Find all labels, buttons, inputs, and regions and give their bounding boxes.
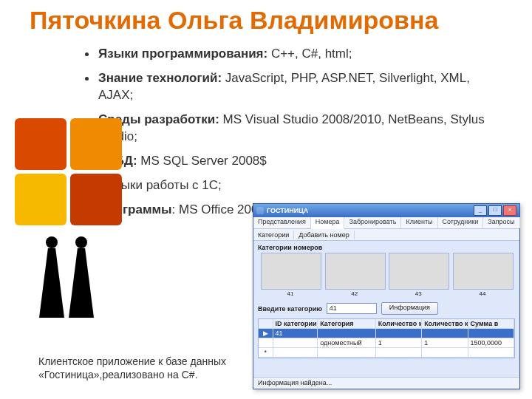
toolbar-add-room[interactable]: Добавить номер xyxy=(294,231,354,239)
room-thumb[interactable]: 42 xyxy=(325,253,384,297)
tab-staff[interactable]: Сотрудники xyxy=(438,217,484,228)
grid-row-new[interactable]: * xyxy=(259,348,514,358)
tab-rooms[interactable]: Номера xyxy=(311,217,345,229)
bullet-item: Языки программирования: C++, C#, html; xyxy=(85,46,506,63)
toolbar-categories[interactable]: Категории xyxy=(253,231,294,239)
bullet-item: Среды разработки: MS Visual Studio 2008/… xyxy=(85,112,506,146)
thumbnail-row: 41 42 43 44 xyxy=(258,253,515,297)
data-grid[interactable]: ID категории Категория Количество мест К… xyxy=(258,318,515,358)
maximize-button[interactable]: □ xyxy=(488,205,502,216)
app-window: ГОСТИНИЦА _ □ × Представления Номера Заб… xyxy=(253,203,520,389)
bullet-list: Языки программирования: C++, C#, html; З… xyxy=(85,46,506,226)
app-caption: Клиентское приложение к базе данных «Гос… xyxy=(38,355,253,381)
bullet-item: Навыки работы с 1С; xyxy=(85,177,506,194)
room-thumb[interactable]: 43 xyxy=(389,253,448,297)
room-thumb[interactable]: 44 xyxy=(453,253,512,297)
tab-book[interactable]: Забронировать xyxy=(344,217,401,228)
slide-title: Пяточкина Ольга Владимировна xyxy=(30,6,438,35)
grid-row[interactable]: одноместный 1 1 1500,0000 xyxy=(259,338,514,348)
tab-clients[interactable]: Клиенты xyxy=(401,217,437,228)
toolbar: Категории Добавить номер xyxy=(253,229,519,241)
window-title: ГОСТИНИЦА xyxy=(267,207,474,214)
grid-header-row: ID категории Категория Количество мест К… xyxy=(259,319,514,329)
bullet-item: СУБД: MS SQL Server 2008$ xyxy=(85,153,506,170)
tab-views[interactable]: Представления xyxy=(253,217,311,228)
grid-row-selected[interactable]: ▶ 41 xyxy=(259,329,514,338)
close-button[interactable]: × xyxy=(503,205,516,216)
room-thumb[interactable]: 41 xyxy=(261,253,320,297)
tab-queries[interactable]: Запросы xyxy=(483,217,519,228)
app-icon xyxy=(256,207,264,214)
bullet-item: Знание технологий: JavaScript, PHP, ASP.… xyxy=(85,70,506,104)
minimize-button[interactable]: _ xyxy=(474,205,487,216)
status-bar: Информация найдена... xyxy=(253,377,519,389)
input-label: Введите категорию xyxy=(258,305,322,313)
tabstrip: Представления Номера Забронировать Клиен… xyxy=(253,217,519,229)
section-label: Категории номеров xyxy=(258,244,515,251)
category-input[interactable]: 41 xyxy=(327,303,377,314)
titlebar: ГОСТИНИЦА _ □ × xyxy=(253,204,519,217)
puzzle-graphic xyxy=(4,111,129,325)
status-text: Информация найдена... xyxy=(258,378,332,389)
info-button[interactable]: Информация xyxy=(381,302,438,315)
